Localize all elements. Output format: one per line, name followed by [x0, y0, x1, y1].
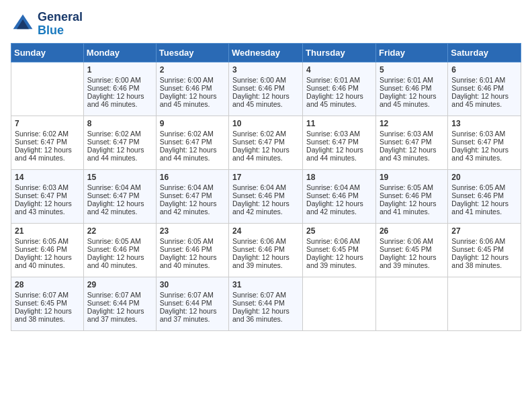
sunset-text: Sunset: 6:44 PM: [232, 299, 285, 307]
sunset-text: Sunset: 6:47 PM: [232, 138, 285, 146]
sunset-text: Sunset: 6:47 PM: [15, 138, 67, 146]
calendar-header-row: SundayMondayTuesdayWednesdayThursdayFrid…: [11, 43, 521, 62]
sunset-text: Sunset: 6:46 PM: [160, 245, 212, 253]
calendar-day-cell: 21 Sunrise: 6:05 AM Sunset: 6:46 PM Dayl…: [11, 223, 84, 277]
sunset-text: Sunset: 6:45 PM: [451, 245, 504, 253]
calendar-header-cell: Wednesday: [229, 43, 303, 62]
sunrise-text: Sunrise: 6:07 AM: [15, 291, 69, 299]
sunset-text: Sunset: 6:46 PM: [232, 245, 285, 253]
daylight-text: Daylight: 12 hours and 45 minutes.: [160, 92, 217, 108]
daylight-text: Daylight: 12 hours and 46 minutes.: [87, 92, 144, 108]
sunset-text: Sunset: 6:47 PM: [160, 191, 212, 199]
calendar-week-row: 14 Sunrise: 6:03 AM Sunset: 6:47 PM Dayl…: [11, 169, 521, 223]
sunset-text: Sunset: 6:45 PM: [380, 245, 432, 253]
calendar-day-cell: 2 Sunrise: 6:00 AM Sunset: 6:46 PM Dayli…: [156, 62, 228, 116]
sunset-text: Sunset: 6:46 PM: [451, 191, 504, 199]
daylight-text: Daylight: 12 hours and 41 minutes.: [451, 199, 508, 216]
sunset-text: Sunset: 6:46 PM: [306, 84, 359, 92]
daylight-text: Daylight: 12 hours and 43 minutes.: [380, 146, 437, 162]
daylight-text: Daylight: 12 hours and 39 minutes.: [380, 253, 437, 269]
sunset-text: Sunset: 6:46 PM: [380, 191, 432, 199]
daylight-text: Daylight: 12 hours and 43 minutes.: [451, 146, 508, 162]
calendar-day-cell: 6 Sunrise: 6:01 AM Sunset: 6:46 PM Dayli…: [448, 62, 521, 116]
calendar-day-cell: 15 Sunrise: 6:04 AM Sunset: 6:47 PM Dayl…: [83, 169, 156, 223]
sunset-text: Sunset: 6:46 PM: [232, 191, 285, 199]
sunrise-text: Sunrise: 6:05 AM: [87, 237, 141, 245]
daylight-text: Daylight: 12 hours and 37 minutes.: [87, 307, 144, 323]
sunrise-text: Sunrise: 6:06 AM: [232, 237, 286, 245]
sunset-text: Sunset: 6:44 PM: [160, 299, 212, 307]
day-number: 11: [306, 119, 372, 128]
daylight-text: Daylight: 12 hours and 42 minutes.: [306, 199, 363, 216]
daylight-text: Daylight: 12 hours and 44 minutes.: [160, 146, 217, 162]
calendar-day-cell: 18 Sunrise: 6:04 AM Sunset: 6:46 PM Dayl…: [303, 169, 376, 223]
daylight-text: Daylight: 12 hours and 40 minutes.: [87, 253, 144, 269]
calendar-day-cell: 12 Sunrise: 6:03 AM Sunset: 6:47 PM Dayl…: [375, 116, 447, 169]
calendar-day-cell: [375, 277, 447, 330]
calendar-body: 1 Sunrise: 6:00 AM Sunset: 6:46 PM Dayli…: [11, 62, 521, 330]
daylight-text: Daylight: 12 hours and 44 minutes.: [232, 146, 290, 162]
calendar-day-cell: 19 Sunrise: 6:05 AM Sunset: 6:46 PM Dayl…: [375, 169, 447, 223]
sunrise-text: Sunrise: 6:02 AM: [87, 130, 141, 138]
sunset-text: Sunset: 6:46 PM: [232, 84, 285, 92]
calendar-header-cell: Saturday: [448, 43, 521, 62]
calendar-header-cell: Friday: [375, 43, 447, 62]
logo-icon: [11, 12, 35, 36]
daylight-text: Daylight: 12 hours and 38 minutes.: [15, 307, 72, 323]
daylight-text: Daylight: 12 hours and 38 minutes.: [451, 253, 508, 269]
sunrise-text: Sunrise: 6:00 AM: [87, 76, 141, 84]
sunrise-text: Sunrise: 6:02 AM: [15, 130, 69, 138]
day-number: 14: [15, 173, 80, 182]
day-number: 23: [160, 226, 225, 236]
calendar-week-row: 1 Sunrise: 6:00 AM Sunset: 6:46 PM Dayli…: [11, 62, 521, 116]
day-number: 2: [160, 65, 225, 75]
daylight-text: Daylight: 12 hours and 41 minutes.: [380, 199, 437, 216]
sunset-text: Sunset: 6:46 PM: [306, 191, 359, 199]
sunrise-text: Sunrise: 6:05 AM: [160, 237, 214, 245]
sunrise-text: Sunrise: 6:05 AM: [15, 237, 69, 245]
sunrise-text: Sunrise: 6:07 AM: [160, 291, 214, 299]
calendar-day-cell: 28 Sunrise: 6:07 AM Sunset: 6:45 PM Dayl…: [11, 277, 84, 330]
calendar-day-cell: 29 Sunrise: 6:07 AM Sunset: 6:44 PM Dayl…: [83, 277, 156, 330]
calendar-day-cell: 16 Sunrise: 6:04 AM Sunset: 6:47 PM Dayl…: [156, 169, 228, 223]
sunrise-text: Sunrise: 6:05 AM: [451, 183, 505, 191]
sunset-text: Sunset: 6:44 PM: [87, 299, 140, 307]
day-number: 18: [306, 173, 372, 182]
day-number: 20: [451, 173, 517, 182]
day-number: 31: [232, 280, 299, 289]
calendar-table: SundayMondayTuesdayWednesdayThursdayFrid…: [11, 43, 521, 331]
daylight-text: Daylight: 12 hours and 39 minutes.: [306, 253, 363, 269]
sunrise-text: Sunrise: 6:06 AM: [306, 237, 360, 245]
calendar-day-cell: [11, 62, 84, 116]
day-number: 22: [87, 226, 152, 236]
daylight-text: Daylight: 12 hours and 36 minutes.: [232, 307, 290, 323]
calendar-day-cell: [448, 277, 521, 330]
day-number: 1: [87, 65, 152, 75]
sunset-text: Sunset: 6:45 PM: [306, 245, 359, 253]
day-number: 19: [380, 173, 444, 182]
calendar-day-cell: 8 Sunrise: 6:02 AM Sunset: 6:47 PM Dayli…: [83, 116, 156, 169]
calendar-day-cell: 20 Sunrise: 6:05 AM Sunset: 6:46 PM Dayl…: [448, 169, 521, 223]
calendar-week-row: 28 Sunrise: 6:07 AM Sunset: 6:45 PM Dayl…: [11, 277, 521, 330]
day-number: 29: [87, 280, 152, 289]
sunset-text: Sunset: 6:47 PM: [87, 138, 140, 146]
calendar-day-cell: 10 Sunrise: 6:02 AM Sunset: 6:47 PM Dayl…: [229, 116, 303, 169]
daylight-text: Daylight: 12 hours and 40 minutes.: [15, 253, 72, 269]
calendar-day-cell: 27 Sunrise: 6:06 AM Sunset: 6:45 PM Dayl…: [448, 223, 521, 277]
daylight-text: Daylight: 12 hours and 39 minutes.: [232, 253, 290, 269]
sunrise-text: Sunrise: 6:04 AM: [232, 183, 286, 191]
calendar-day-cell: 5 Sunrise: 6:01 AM Sunset: 6:46 PM Dayli…: [375, 62, 447, 116]
day-number: 30: [160, 280, 225, 289]
day-number: 13: [451, 119, 517, 128]
sunset-text: Sunset: 6:45 PM: [15, 299, 67, 307]
sunrise-text: Sunrise: 6:03 AM: [380, 130, 433, 138]
daylight-text: Daylight: 12 hours and 45 minutes.: [306, 92, 363, 108]
day-number: 4: [306, 65, 372, 75]
sunrise-text: Sunrise: 6:03 AM: [15, 183, 69, 191]
daylight-text: Daylight: 12 hours and 37 minutes.: [160, 307, 217, 323]
calendar-day-cell: 31 Sunrise: 6:07 AM Sunset: 6:44 PM Dayl…: [229, 277, 303, 330]
daylight-text: Daylight: 12 hours and 44 minutes.: [87, 146, 144, 162]
calendar-header-cell: Monday: [83, 43, 156, 62]
sunrise-text: Sunrise: 6:01 AM: [380, 76, 433, 84]
daylight-text: Daylight: 12 hours and 45 minutes.: [451, 92, 508, 108]
